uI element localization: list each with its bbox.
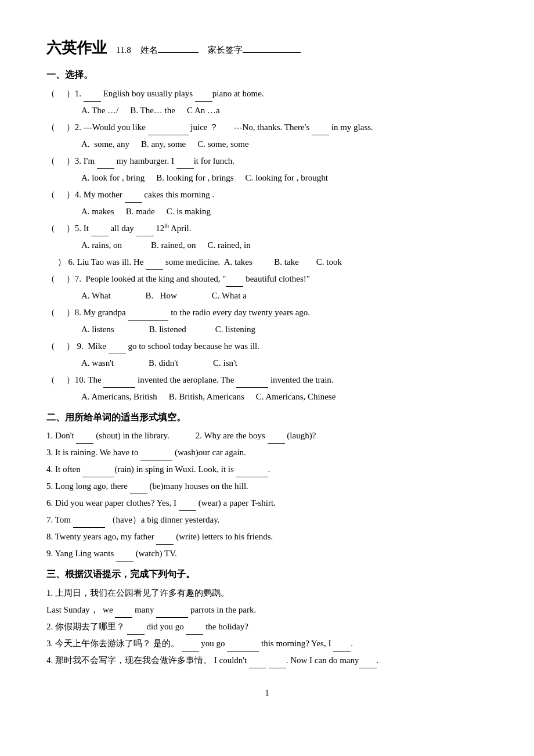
section2-q4: 5. Long long ago, there (be)many houses … [46,478,488,494]
question-2: （ ）2. ---Would you like juice ？ ---No, t… [46,120,488,152]
section2-title: 二、用所给单词的适当形式填空。 [46,409,488,426]
question-5: （ ）5. It all day 12th April. A. rains, o… [46,221,488,253]
sign-label: 家长签字 [208,42,301,58]
section1: 一、选择。 （ ）1. English boy usually plays pi… [46,67,488,405]
section2-q8: 9. Yang Ling wants (watch) TV. [46,546,488,561]
section3-cn4: 4. 那时我不会写字，现在我会做许多事情。 I couldn't . Now I… [46,653,488,668]
question-4: （ ）4. My mother cakes this morning . A. … [46,187,488,219]
section1-title: 一、选择。 [46,67,488,84]
worksheet-date: 11.8 [116,42,131,58]
page-number: 1 [46,686,488,700]
header-row: 六英作业 11.8 姓名 家长签字 [46,35,488,62]
section3: 三、根据汉语提示，完成下列句子。 1. 上周日，我们在公园看见了许多有趣的鹦鹉。… [46,566,488,668]
question-7: （ ）7. People looked at the king and shou… [46,271,488,304]
section2-q2: 3. It is raining. We have to (wash)our c… [46,445,488,460]
section2-q6: 7. Tom （have）a big dinner yesterday. [46,512,488,528]
section3-cn1: 1. 上周日，我们在公园看见了许多有趣的鹦鹉。 [46,585,488,601]
name-label: 姓名 [140,42,199,58]
section2-q1: 1. Don't (shout) in the library. 2. Why … [46,428,488,444]
worksheet-title: 六英作业 [46,35,107,62]
question-9: （ ） 9. Mike go to school today because h… [46,339,488,371]
section3-cn2: 2. 你假期去了哪里？ did you go the holiday? [46,619,488,635]
section2-q3: 4. It often (rain) in sping in Wuxi. Loo… [46,462,488,477]
question-1: （ ）1. English boy usually plays piano at… [46,86,488,118]
question-10: （ ）10. The invented the aeroplane. The i… [46,372,488,405]
section3-cn3: 3. 今天上午你去游泳了吗？ 是的。 you go this morning? … [46,636,488,651]
section3-title: 三、根据汉语提示，完成下列句子。 [46,566,488,583]
section2: 二、用所给单词的适当形式填空。 1. Don't (shout) in the … [46,409,488,562]
question-3: （ ）3. I'm my hamburger. I it for lunch. … [46,153,488,186]
question-6: ） 6. Liu Tao was ill. He some medicine. … [46,254,488,270]
section3-en1: Last Sunday， we many parrots in the park… [46,602,488,618]
section2-q5: 6. Did you wear paper clothes? Yes, I (w… [46,495,488,511]
section2-q7: 8. Twenty years ago, my father (write) l… [46,529,488,545]
question-8: （ ）8. My grandpa to the radio every day … [46,305,488,337]
